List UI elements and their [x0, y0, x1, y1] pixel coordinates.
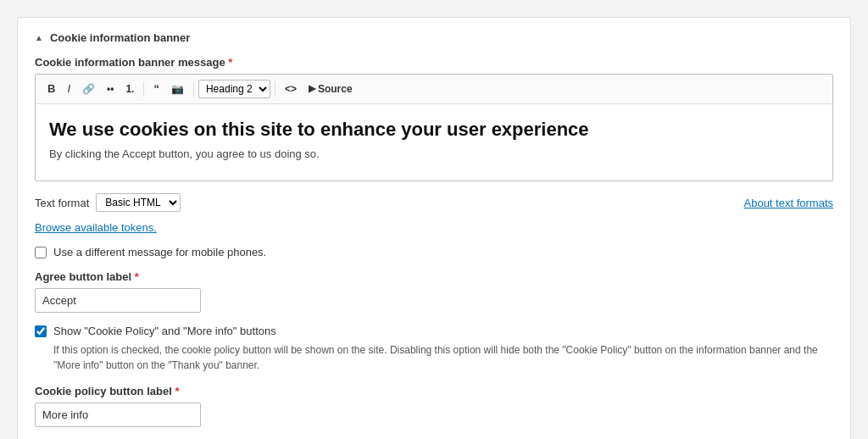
italic-button[interactable]: I: [62, 79, 75, 99]
show-cookie-policy-label[interactable]: Show "Cookie Policy" and "More info" but…: [53, 325, 276, 337]
text-format-label: Text format: [35, 197, 89, 209]
ordered-list-button[interactable]: 1.: [120, 80, 139, 99]
banner-message-field: Cookie information banner message * B I …: [35, 56, 833, 181]
show-cookie-policy-row: Show "Cookie Policy" and "More info" but…: [35, 325, 833, 337]
mobile-checkbox[interactable]: [35, 247, 47, 258]
rte-toolbar: B I 🔗 •• 1. “ 📷 Heading 2 Heading 1 Head…: [36, 75, 832, 104]
section-header[interactable]: ▲ Cookie information banner: [35, 31, 833, 44]
show-cookie-policy-checkbox[interactable]: [35, 325, 47, 337]
blockquote-button[interactable]: “: [148, 79, 164, 99]
text-format-left: Text format Basic HTML Full HTML Plain t…: [35, 193, 181, 212]
source-button[interactable]: ▶ Source: [303, 80, 358, 99]
rte-subtext: By clicking the Accept button, you agree…: [49, 147, 819, 160]
code-button[interactable]: <>: [280, 80, 302, 99]
text-format-select[interactable]: Basic HTML Full HTML Plain text: [96, 193, 181, 212]
bold-button[interactable]: B: [42, 79, 60, 99]
banner-message-label: Cookie information banner message *: [35, 56, 833, 69]
heading-select[interactable]: Heading 2 Heading 1 Heading 3 Normal: [198, 80, 270, 98]
toolbar-divider-2: [193, 81, 194, 97]
mobile-checkbox-label[interactable]: Use a different message for mobile phone…: [53, 246, 266, 258]
cookie-policy-button-input[interactable]: [35, 403, 201, 427]
heading-select-wrap: Heading 2 Heading 1 Heading 3 Normal: [198, 80, 270, 98]
about-text-formats-link[interactable]: About text formats: [744, 197, 834, 209]
rte-heading: We use cookies on this site to enhance y…: [49, 118, 819, 142]
browse-tokens-link[interactable]: Browse available tokens.: [35, 221, 157, 234]
agree-button-field: Agree button label *: [35, 270, 833, 313]
toolbar-divider-3: [275, 81, 275, 97]
section-title: Cookie information banner: [50, 31, 190, 44]
image-button[interactable]: 📷: [166, 80, 189, 99]
link-button[interactable]: 🔗: [77, 80, 100, 99]
agree-button-label: Agree button label *: [35, 270, 833, 283]
cookie-banner-card: ▲ Cookie information banner Cookie infor…: [17, 17, 851, 439]
cookie-policy-button-label: Cookie policy button label *: [35, 385, 833, 397]
collapse-icon: ▲: [35, 33, 43, 42]
unordered-list-button[interactable]: ••: [102, 80, 119, 99]
agree-button-input[interactable]: [35, 288, 201, 313]
text-format-row: Text format Basic HTML Full HTML Plain t…: [35, 193, 833, 212]
toolbar-divider-1: [143, 81, 144, 97]
rich-text-editor: B I 🔗 •• 1. “ 📷 Heading 2 Heading 1 Head…: [35, 74, 833, 181]
mobile-checkbox-row: Use a different message for mobile phone…: [35, 246, 833, 258]
cookie-policy-button-field: Cookie policy button label *: [35, 385, 833, 427]
browse-tokens-section: Browse available tokens.: [35, 220, 833, 234]
rte-content[interactable]: We use cookies on this site to enhance y…: [36, 104, 832, 181]
show-cookie-policy-description: If this option is checked, the cookie po…: [53, 342, 833, 373]
